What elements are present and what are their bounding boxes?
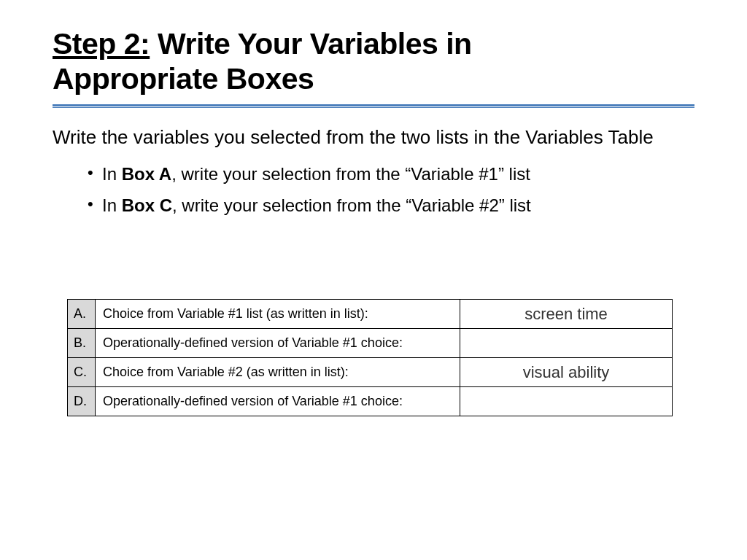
- row-value: screen time: [460, 300, 673, 329]
- row-desc: Operationally-defined version of Variabl…: [96, 329, 460, 358]
- row-value: visual ability: [460, 358, 673, 387]
- row-letter: C.: [68, 358, 96, 387]
- bullet-post: , write your selection from the “Variabl…: [172, 195, 531, 215]
- row-letter: A.: [68, 300, 96, 329]
- table-row: B. Operationally-defined version of Vari…: [68, 329, 673, 358]
- title-step-label: Step 2:: [53, 27, 150, 61]
- slide-title: Step 2: Write Your Variables in Appropri…: [53, 26, 694, 97]
- title-line-1: Step 2: Write Your Variables in: [53, 26, 694, 61]
- row-letter: D.: [68, 387, 96, 416]
- row-value: [460, 329, 673, 358]
- bullet-bold: Box C: [122, 195, 172, 215]
- instruction-item: In Box C, write your selection from the …: [88, 192, 694, 219]
- bullet-pre: In: [102, 164, 122, 184]
- title-divider: [53, 104, 694, 109]
- bullet-bold: Box A: [122, 164, 171, 184]
- title-rest-1: Write Your Variables in: [150, 27, 471, 61]
- variables-table: A. Choice from Variable #1 list (as writ…: [67, 299, 673, 416]
- instruction-list: In Box A, write your selection from the …: [53, 160, 694, 219]
- table-row: C. Choice from Variable #2 (as written i…: [68, 358, 673, 387]
- variables-table-wrap: A. Choice from Variable #1 list (as writ…: [53, 299, 694, 416]
- row-desc: Operationally-defined version of Variabl…: [96, 387, 460, 416]
- table-row: A. Choice from Variable #1 list (as writ…: [68, 300, 673, 329]
- row-letter: B.: [68, 329, 96, 358]
- row-value: [460, 387, 673, 416]
- row-desc: Choice from Variable #2 (as written in l…: [96, 358, 460, 387]
- bullet-pre: In: [102, 195, 122, 215]
- slide: Step 2: Write Your Variables in Appropri…: [0, 0, 747, 560]
- bullet-post: , write your selection from the “Variabl…: [171, 164, 530, 184]
- instruction-item: In Box A, write your selection from the …: [88, 160, 694, 187]
- table-row: D. Operationally-defined version of Vari…: [68, 387, 673, 416]
- title-line-2: Appropriate Boxes: [53, 61, 694, 96]
- intro-text: Write the variables you selected from th…: [53, 125, 694, 150]
- row-desc: Choice from Variable #1 list (as written…: [96, 300, 460, 329]
